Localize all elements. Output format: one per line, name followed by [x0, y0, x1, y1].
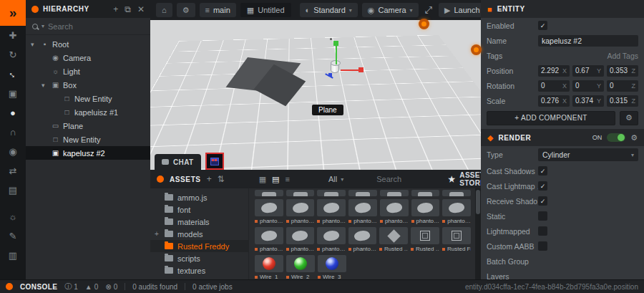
- expander-icon[interactable]: ▾: [42, 82, 48, 89]
- asset-tile-wire-3[interactable]: Wire_3: [318, 255, 346, 279]
- folder-scripts[interactable]: scripts: [150, 252, 248, 264]
- scale-tool-icon[interactable]: ↔: [6, 67, 20, 82]
- gizmo-y-axis[interactable]: [336, 46, 337, 64]
- name-field[interactable]: [538, 35, 638, 47]
- component-settings-button[interactable]: ⚙: [620, 111, 638, 125]
- asset-tile-phanto[interactable]: phanto…: [255, 199, 283, 224]
- translate-tool-icon[interactable]: ✚: [0, 26, 26, 45]
- cylinder-entity[interactable]: [331, 62, 339, 73]
- scene-selector-button[interactable]: ≡ main: [200, 3, 236, 17]
- tree-item-new-entity-2[interactable]: □ New Entity: [26, 133, 150, 146]
- tree-item-kapeluisz-1[interactable]: □ kapeluisz #1: [26, 105, 150, 119]
- render-enabled-toggle[interactable]: [607, 133, 625, 142]
- lightmapped-checkbox[interactable]: [538, 226, 547, 236]
- scale-x-field[interactable]: 0.276X: [538, 95, 570, 107]
- folder-textures[interactable]: textures: [150, 264, 248, 277]
- cast-shadows-checkbox[interactable]: ✓: [538, 166, 547, 176]
- rotation-z-field[interactable]: 0Z: [607, 80, 638, 92]
- static-checkbox[interactable]: [538, 211, 547, 221]
- home-button[interactable]: ⌂: [156, 3, 172, 17]
- tags-field[interactable]: [538, 50, 638, 62]
- swap-tool-icon[interactable]: ⇄: [0, 161, 26, 181]
- asset-tile-phanto[interactable]: phanto…: [317, 199, 346, 224]
- gizmo-x-axis[interactable]: [341, 69, 359, 71]
- brightness-tool-icon[interactable]: ☼: [0, 207, 26, 226]
- world-space-icon[interactable]: ●: [0, 103, 26, 123]
- scale-y-field[interactable]: 0.374Y: [572, 95, 604, 107]
- folder-materials[interactable]: materials: [150, 216, 248, 228]
- asset-tile-phanto[interactable]: phanto…: [255, 227, 283, 252]
- render-settings-icon[interactable]: ⚙: [630, 133, 638, 143]
- asset-tile-phanto[interactable]: phanto…: [442, 199, 471, 224]
- asset-tile[interactable]: [348, 190, 377, 196]
- edit-tool-icon[interactable]: ✎: [0, 226, 26, 246]
- asset-tile-wire-1[interactable]: Wire_1: [255, 255, 283, 279]
- asset-tile-rusted-material[interactable]: Rusted …: [379, 227, 408, 252]
- enabled-checkbox[interactable]: ✓: [538, 21, 547, 30]
- error-count[interactable]: ⊗0: [105, 283, 117, 291]
- asset-grid-scrollbar[interactable]: [475, 188, 481, 279]
- info-count[interactable]: ⓘ1: [64, 282, 78, 292]
- asset-tile-phanto[interactable]: phanto…: [411, 199, 440, 224]
- position-x-field[interactable]: 2.292X: [538, 65, 570, 77]
- user-avatar[interactable]: [205, 153, 224, 170]
- hierarchy-search-input[interactable]: [48, 22, 127, 31]
- expander-plus-icon[interactable]: +: [155, 230, 159, 238]
- asset-filter-dropdown[interactable]: All ▾: [328, 175, 343, 183]
- layers-tool-icon[interactable]: ▤: [0, 181, 26, 200]
- asset-tile-phanto[interactable]: phanto…: [348, 199, 377, 224]
- gizmo-y-handle[interactable]: [333, 41, 338, 46]
- position-y-field[interactable]: 0.67Y: [572, 65, 604, 77]
- resize-tool-icon[interactable]: ▣: [0, 84, 26, 103]
- warning-count[interactable]: ▲0: [85, 283, 98, 291]
- gizmo-z-handle[interactable]: [328, 73, 332, 77]
- folder-ammo-js[interactable]: ammo.js: [150, 191, 248, 203]
- playcanvas-logo-icon[interactable]: »: [0, 0, 26, 26]
- snap-tool-icon[interactable]: ∩: [0, 123, 26, 142]
- cast-lightmap-checkbox[interactable]: ✓: [538, 181, 547, 191]
- receive-shadows-checkbox[interactable]: ✓: [538, 196, 547, 206]
- blocks-tool-icon[interactable]: ▥: [0, 246, 26, 265]
- expander-icon[interactable]: ▾: [31, 41, 37, 48]
- tree-item-light[interactable]: ☼ Light: [26, 64, 150, 78]
- view-large-grid-icon[interactable]: ▤: [272, 175, 279, 184]
- launch-button[interactable]: ▶ Launch: [439, 3, 481, 17]
- duplicate-entity-icon[interactable]: ⧉: [125, 4, 131, 14]
- tree-item-kapelusz-2-selected[interactable]: ▣ kapelusz #2: [26, 146, 150, 160]
- folder-rusted-freddy-selected[interactable]: Rusted Freddy: [150, 240, 248, 252]
- camera-dropdown[interactable]: ◉ Camera ▾: [362, 3, 419, 17]
- asset-tile-phanto[interactable]: phanto…: [286, 199, 315, 224]
- rotate-tool-icon[interactable]: ↻: [0, 45, 26, 64]
- add-component-button[interactable]: + ADD COMPONENT: [487, 111, 615, 125]
- type-dropdown[interactable]: Cylinder ▾: [538, 148, 638, 161]
- rotation-y-field[interactable]: 0Y: [572, 80, 604, 92]
- tree-item-root[interactable]: ▾ ▪ Root: [26, 37, 150, 51]
- search-caret-icon[interactable]: ▾: [42, 23, 44, 29]
- asset-tile-phanto[interactable]: phanto…: [348, 227, 377, 252]
- tab-untitled[interactable]: ▦ Untitled: [240, 3, 291, 17]
- asset-tile[interactable]: [380, 190, 409, 196]
- asset-tile[interactable]: [286, 190, 315, 196]
- scrollbar-thumb[interactable]: [476, 190, 480, 214]
- tree-item-plane[interactable]: ▭ Plane: [26, 119, 150, 133]
- assets-search-input[interactable]: [376, 175, 442, 183]
- viewport[interactable]: ⌂ ⚙ ≡ main ▦ Untitled ◐ Standard ▾ ◉ Cam…: [150, 0, 481, 170]
- add-asset-icon[interactable]: +: [207, 174, 212, 184]
- view-small-grid-icon[interactable]: ▦: [259, 175, 266, 184]
- add-entity-icon[interactable]: +: [113, 4, 118, 14]
- tree-item-box[interactable]: ▾ ▣ Box: [26, 78, 150, 92]
- asset-store-button[interactable]: ★ ASSET STORE: [448, 171, 485, 187]
- view-list-icon[interactable]: ≡: [286, 175, 290, 184]
- delete-entity-icon[interactable]: ✕: [137, 4, 145, 14]
- position-z-field[interactable]: 0.353Z: [607, 65, 638, 77]
- folder-font[interactable]: font: [150, 203, 248, 216]
- gizmo-x-handle[interactable]: [358, 67, 364, 72]
- asset-tile[interactable]: [317, 190, 346, 196]
- asset-tile[interactable]: [411, 190, 440, 196]
- shading-dropdown[interactable]: ◐ Standard ▾: [300, 3, 358, 17]
- folder-models[interactable]: +models: [150, 228, 248, 240]
- custom-aabb-checkbox[interactable]: [538, 241, 547, 251]
- scene-canvas[interactable]: Plane: [150, 20, 481, 170]
- console-bar[interactable]: CONSOLE ⓘ1 ▲0 ⊗0 0 audits found 0 active…: [0, 279, 644, 293]
- asset-tile-phanto[interactable]: phanto…: [286, 227, 315, 252]
